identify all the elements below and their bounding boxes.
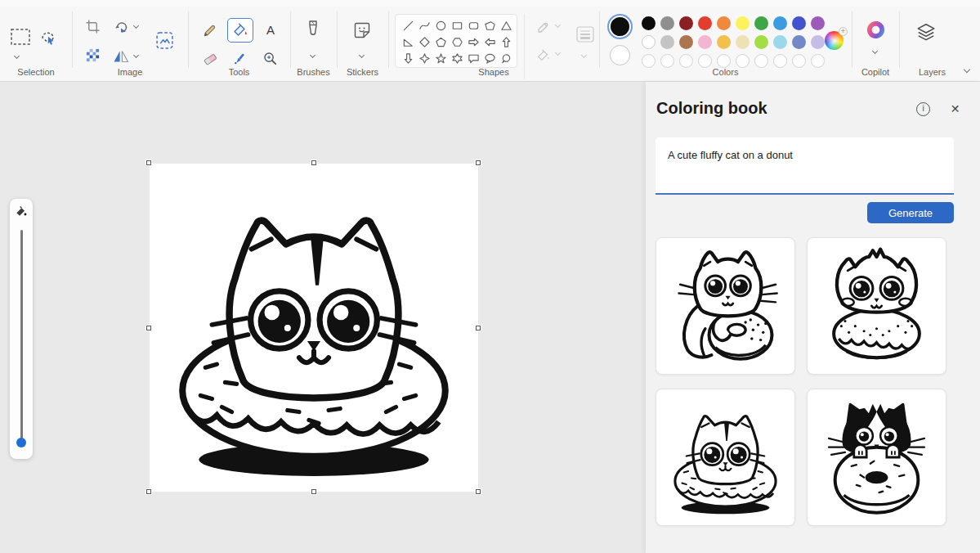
- arrow-up-shape-icon[interactable]: [500, 36, 512, 48]
- rounded-rectangle-shape-icon[interactable]: [468, 20, 480, 32]
- flip-chevron-icon[interactable]: [134, 53, 138, 57]
- layers-icon[interactable]: [915, 21, 937, 43]
- shape-outline-chevron-icon[interactable]: [556, 23, 560, 27]
- rotate-chevron-icon[interactable]: [134, 24, 138, 28]
- shape-outline-icon[interactable]: [536, 20, 551, 35]
- result-thumbnail-4[interactable]: [807, 389, 946, 526]
- selection-handle-se[interactable]: [476, 489, 481, 494]
- shapes-gallery[interactable]: [395, 14, 517, 68]
- palette-swatch-r2-c4[interactable]: [698, 35, 712, 49]
- star-six-shape-icon[interactable]: [451, 52, 463, 65]
- canvas[interactable]: [150, 164, 478, 492]
- close-icon[interactable]: ✕: [948, 102, 962, 116]
- selection-handle-n[interactable]: [311, 160, 316, 165]
- palette-swatch-empty-5[interactable]: [717, 54, 731, 68]
- selection-dropdown-chevron-icon[interactable]: [15, 54, 19, 58]
- slider-track[interactable]: [20, 230, 23, 443]
- result-thumbnail-2[interactable]: [807, 237, 946, 375]
- palette-swatch-r2-c7[interactable]: [754, 35, 768, 49]
- palette-swatch-empty-1[interactable]: [642, 54, 656, 68]
- color2-current-swatch[interactable]: [610, 45, 630, 65]
- crop-icon[interactable]: [85, 19, 101, 34]
- selection-handle-e[interactable]: [476, 326, 481, 330]
- ribbon-collapse-chevron-icon[interactable]: [964, 67, 969, 72]
- brushes-chevron-icon[interactable]: [311, 53, 315, 57]
- selection-handle-nw[interactable]: [146, 160, 151, 165]
- text-tool[interactable]: A: [257, 18, 284, 43]
- palette-swatch-r1-c9[interactable]: [792, 16, 806, 30]
- palette-swatch-r2-c1[interactable]: [642, 35, 656, 49]
- palette-swatch-r2-c2[interactable]: [660, 35, 674, 49]
- result-thumbnail-1[interactable]: [656, 237, 795, 375]
- flip-icon[interactable]: [113, 49, 129, 64]
- palette-swatch-r1-c3[interactable]: [679, 16, 693, 30]
- palette-swatch-r2-c10[interactable]: [811, 35, 825, 49]
- selection-handle-sw[interactable]: [146, 489, 151, 494]
- palette-swatch-r1-c5[interactable]: [717, 16, 731, 30]
- palette-swatch-r1-c6[interactable]: [736, 16, 750, 30]
- polygon-shape-icon[interactable]: [484, 20, 496, 32]
- shape-fill-icon[interactable]: [536, 48, 551, 63]
- pencil-tool[interactable]: [197, 18, 223, 43]
- curve-shape-icon[interactable]: [418, 20, 431, 32]
- selection-handle-s[interactable]: [311, 489, 316, 494]
- rotate-icon[interactable]: [113, 19, 129, 35]
- triangle-shape-icon[interactable]: [500, 20, 512, 32]
- selection-handle-ne[interactable]: [476, 160, 481, 165]
- palette-swatch-empty-10[interactable]: [811, 54, 825, 68]
- arrow-left-shape-icon[interactable]: [484, 36, 496, 48]
- rectangle-shape-icon[interactable]: [451, 20, 463, 32]
- right-triangle-shape-icon[interactable]: [402, 36, 414, 48]
- stroke-width-chevron-icon[interactable]: [582, 53, 586, 57]
- speech-oval-shape-icon[interactable]: [484, 52, 496, 65]
- palette-swatch-r1-c4[interactable]: [698, 16, 712, 30]
- palette-swatch-r1-c10[interactable]: [811, 16, 825, 30]
- palette-swatch-r2-c9[interactable]: [792, 35, 806, 49]
- sticker-icon[interactable]: [353, 21, 371, 39]
- copilot-icon[interactable]: [865, 19, 887, 41]
- slider-thumb[interactable]: [16, 438, 26, 447]
- palette-swatch-empty-2[interactable]: [660, 54, 674, 68]
- palette-swatch-r1-c8[interactable]: [773, 16, 787, 30]
- shape-fill-chevron-icon[interactable]: [556, 51, 560, 55]
- brush-icon[interactable]: [305, 20, 321, 39]
- free-form-select-icon[interactable]: [39, 29, 57, 47]
- arrow-down-shape-icon[interactable]: [402, 52, 414, 65]
- palette-swatch-r2-c5[interactable]: [717, 35, 731, 49]
- selection-handle-w[interactable]: [146, 326, 151, 330]
- resize-image-icon[interactable]: [155, 31, 174, 50]
- color1-current-swatch[interactable]: [609, 16, 631, 38]
- palette-swatch-empty-3[interactable]: [679, 54, 693, 68]
- palette-swatch-r2-c8[interactable]: [773, 35, 787, 49]
- palette-swatch-r2-c6[interactable]: [736, 35, 750, 49]
- info-icon[interactable]: i: [916, 102, 930, 116]
- star-five-shape-icon[interactable]: [435, 52, 447, 65]
- rectangle-select-icon[interactable]: [10, 28, 31, 46]
- palette-swatch-r1-c7[interactable]: [754, 16, 768, 30]
- palette-swatch-r2-c3[interactable]: [679, 35, 693, 49]
- palette-swatch-empty-6[interactable]: [736, 54, 750, 68]
- stickers-chevron-icon[interactable]: [360, 53, 364, 57]
- palette-swatch-r1-c1[interactable]: [642, 16, 656, 30]
- pentagon-shape-icon[interactable]: [435, 36, 447, 48]
- copilot-chevron-icon[interactable]: [873, 49, 877, 53]
- palette-swatch-empty-7[interactable]: [754, 54, 768, 68]
- line-shape-icon[interactable]: [402, 20, 414, 32]
- prompt-input[interactable]: A cute fluffy cat on a donut: [656, 137, 954, 195]
- result-thumbnail-3[interactable]: [656, 389, 795, 526]
- palette-swatch-empty-9[interactable]: [792, 54, 806, 68]
- hexagon-shape-icon[interactable]: [451, 36, 463, 48]
- adjust-pixels-icon[interactable]: [85, 47, 101, 63]
- star-four-shape-icon[interactable]: [418, 52, 431, 65]
- stroke-width-icon[interactable]: [575, 25, 595, 43]
- oval-shape-icon[interactable]: [435, 20, 447, 32]
- arrow-right-shape-icon[interactable]: [468, 36, 480, 48]
- speech-rect-shape-icon[interactable]: [468, 52, 480, 65]
- palette-swatch-empty-4[interactable]: [698, 54, 712, 68]
- generate-button[interactable]: Generate: [867, 202, 954, 223]
- fill-tool[interactable]: [227, 18, 253, 43]
- speech-cloud-shape-icon[interactable]: [500, 52, 512, 65]
- diamond-shape-icon[interactable]: [418, 36, 431, 48]
- palette-swatch-empty-8[interactable]: [773, 54, 787, 68]
- palette-swatch-r1-c2[interactable]: [660, 16, 674, 30]
